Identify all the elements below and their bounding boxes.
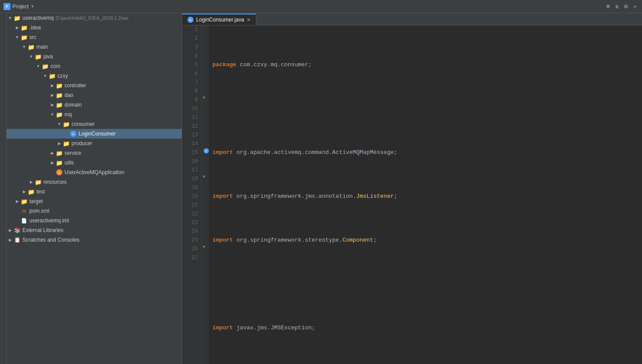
arrow-producer: ▶ bbox=[56, 139, 63, 148]
editor-area: c LoginConsumer.java ✕ 1 2 3 4 5 6 bbox=[182, 13, 642, 364]
code-editor[interactable]: 1 2 3 4 5 6 7 8 9 10 11 12 13 14 bbox=[182, 25, 642, 364]
folder-icon-src: 📁 bbox=[21, 34, 28, 41]
fold-marker-26[interactable]: ▼ bbox=[203, 245, 205, 250]
iml-icon: 📄 bbox=[21, 217, 28, 224]
tree-item-utils[interactable]: ▶ 📁 utils bbox=[7, 158, 182, 168]
folder-icon-main: 📁 bbox=[28, 43, 35, 50]
label-idea: .idea bbox=[29, 25, 41, 31]
code-content: 1 2 3 4 5 6 7 8 9 10 11 12 13 14 bbox=[182, 25, 642, 364]
folder-icon-controller: 📁 bbox=[56, 82, 63, 89]
tree-item-com[interactable]: ▼ 📁 com bbox=[7, 61, 182, 71]
tree-item-target[interactable]: ▶ 📁 target bbox=[7, 196, 182, 206]
code-line-7: import javax.jms.JMSException; bbox=[212, 324, 638, 332]
dropdown-arrow: ▼ bbox=[30, 4, 35, 9]
folder-icon-resources: 📁 bbox=[35, 178, 42, 186]
tree-item-src[interactable]: ▼ 📁 src bbox=[7, 32, 182, 42]
tree-item-dao[interactable]: ▶ 📁 dao bbox=[7, 90, 182, 100]
folder-icon-utils: 📁 bbox=[56, 159, 63, 166]
add-icon[interactable]: ⊕ bbox=[604, 2, 611, 11]
label-pomxml: pom.xml bbox=[29, 208, 49, 214]
tree-item-czxy[interactable]: ▼ 📁 czxy bbox=[7, 71, 182, 81]
label-java: java bbox=[43, 54, 53, 60]
project-tree[interactable]: ▼ 📁 useractivemq D:\java\IntelliJ_IDEA_2… bbox=[7, 13, 182, 364]
code-line-2 bbox=[212, 104, 638, 113]
tree-item-useractivemq[interactable]: ▼ 📁 useractivemq D:\java\IntelliJ_IDEA_2… bbox=[7, 13, 182, 23]
tree-item-main[interactable]: ▼ 📁 main bbox=[7, 42, 182, 52]
tree-item-java[interactable]: ▼ 📁 java bbox=[7, 52, 182, 61]
sort-icon[interactable]: ⇅ bbox=[613, 2, 620, 11]
code-line-4: import org.springframework.jms.annotatio… bbox=[212, 192, 638, 201]
tab-label-loginconsumer: LoginConsumer.java bbox=[196, 17, 244, 23]
label-iml: useractivemq.iml bbox=[29, 218, 69, 224]
label-producer: producer bbox=[72, 140, 92, 146]
arrow-controller: ▶ bbox=[49, 81, 56, 90]
tree-item-iml[interactable]: 📄 useractivemq.iml bbox=[7, 216, 182, 225]
label-domain: domain bbox=[65, 102, 82, 108]
title-bar: P Project ▼ ⊕ ⇅ ⚙ ↗ bbox=[0, 0, 642, 13]
folder-icon-mq: 📁 bbox=[56, 111, 63, 118]
fold-marker-9[interactable]: ▼ bbox=[203, 96, 205, 100]
code-lines: package com.czxy.mq.consumer; import org… bbox=[209, 25, 642, 364]
arrow-useractivemq: ▼ bbox=[7, 13, 14, 23]
label-useractivemq: useractivemq bbox=[22, 15, 54, 21]
folder-icon-producer: 📁 bbox=[63, 140, 70, 147]
folder-icon-consumer: 📁 bbox=[63, 121, 70, 128]
tree-item-resources[interactable]: ▶ 📁 resources bbox=[7, 177, 182, 187]
tree-item-useractiveapp[interactable]: ▶ c UserActiveMQApplication bbox=[7, 168, 182, 177]
code-line-5: import org.springframework.stereotype.Co… bbox=[212, 236, 638, 245]
project-icon: P bbox=[4, 3, 11, 10]
arrow-main: ▼ bbox=[21, 42, 28, 52]
folder-icon-idea: 📁 bbox=[21, 24, 28, 31]
tree-item-service[interactable]: ▶ 📁 service bbox=[7, 148, 182, 158]
tab-bar: c LoginConsumer.java ✕ bbox=[182, 13, 642, 25]
tree-item-pomxml[interactable]: m pom.xml bbox=[7, 206, 182, 216]
arrow-src: ▼ bbox=[14, 32, 21, 42]
tree-item-test[interactable]: ▶ 📁 test bbox=[7, 187, 182, 196]
tab-close-loginconsumer[interactable]: ✕ bbox=[247, 17, 251, 23]
code-line-1: package com.czxy.mq.consumer; bbox=[212, 61, 638, 69]
line-numbers: 1 2 3 4 5 6 7 8 9 10 11 12 13 14 bbox=[182, 25, 202, 364]
tree-item-mq[interactable]: ▼ 📁 mq bbox=[7, 110, 182, 119]
arrow-useractiveapp: ▶ bbox=[49, 168, 56, 177]
expand-icon[interactable]: ↗ bbox=[631, 2, 638, 11]
fold-marker-18[interactable]: ▼ bbox=[203, 175, 205, 179]
tree-item-scratches[interactable]: ▶ 📋 Scratches and Consoles bbox=[7, 235, 182, 245]
arrow-consumer: ▼ bbox=[56, 119, 63, 129]
label-test: test bbox=[36, 189, 45, 195]
tree-item-controller[interactable]: ▶ 📁 controller bbox=[7, 81, 182, 90]
tree-item-idea[interactable]: ▶ 📁 .idea bbox=[7, 23, 182, 32]
arrow-service: ▶ bbox=[49, 148, 56, 158]
code-line-6 bbox=[212, 280, 638, 289]
project-selector[interactable]: P Project ▼ bbox=[4, 3, 35, 10]
path-useractivemq: D:\java\IntelliJ_IDEA_2018.1.2\wo bbox=[55, 15, 128, 21]
label-src: src bbox=[29, 34, 36, 40]
label-loginconsumer: LoginConsumer bbox=[79, 131, 116, 137]
tab-loginconsumer[interactable]: c LoginConsumer.java ✕ bbox=[182, 14, 256, 25]
code-line-3: import org.apache.activemq.command.Activ… bbox=[212, 148, 638, 157]
java-icon-loginconsumer: c bbox=[70, 130, 77, 137]
arrow-dao: ▶ bbox=[49, 90, 56, 100]
arrow-java: ▼ bbox=[28, 52, 35, 61]
arrow-test: ▶ bbox=[21, 187, 28, 196]
folder-icon-test: 📁 bbox=[28, 188, 35, 195]
arrow-idea: ▶ bbox=[14, 23, 21, 32]
project-label: Project bbox=[12, 4, 29, 10]
title-bar-actions: ⊕ ⇅ ⚙ ↗ bbox=[604, 2, 638, 11]
arrow-domain: ▶ bbox=[49, 100, 56, 110]
arrow-extlib: ▶ bbox=[7, 225, 14, 235]
arrow-resources: ▶ bbox=[28, 177, 35, 187]
tree-item-consumer[interactable]: ▼ 📁 consumer bbox=[7, 119, 182, 129]
arrow-scratches: ▶ bbox=[7, 235, 14, 245]
tree-item-domain[interactable]: ▶ 📁 domain bbox=[7, 100, 182, 110]
tree-item-producer[interactable]: ▶ 📁 producer bbox=[7, 139, 182, 148]
label-main: main bbox=[36, 44, 48, 50]
tree-item-loginconsumer[interactable]: ▶ c LoginConsumer bbox=[7, 129, 182, 139]
tree-item-extlib[interactable]: ▶ 📚 External Libraries bbox=[7, 225, 182, 235]
label-extlib: External Libraries bbox=[22, 227, 63, 233]
settings-icon[interactable]: ⚙ bbox=[622, 2, 629, 11]
folder-icon-useractivemq: 📁 bbox=[14, 14, 21, 21]
label-dao: dao bbox=[65, 92, 73, 98]
arrow-com: ▼ bbox=[35, 61, 42, 71]
folder-icon-dao: 📁 bbox=[56, 92, 63, 99]
folder-icon-com: 📁 bbox=[42, 63, 49, 70]
